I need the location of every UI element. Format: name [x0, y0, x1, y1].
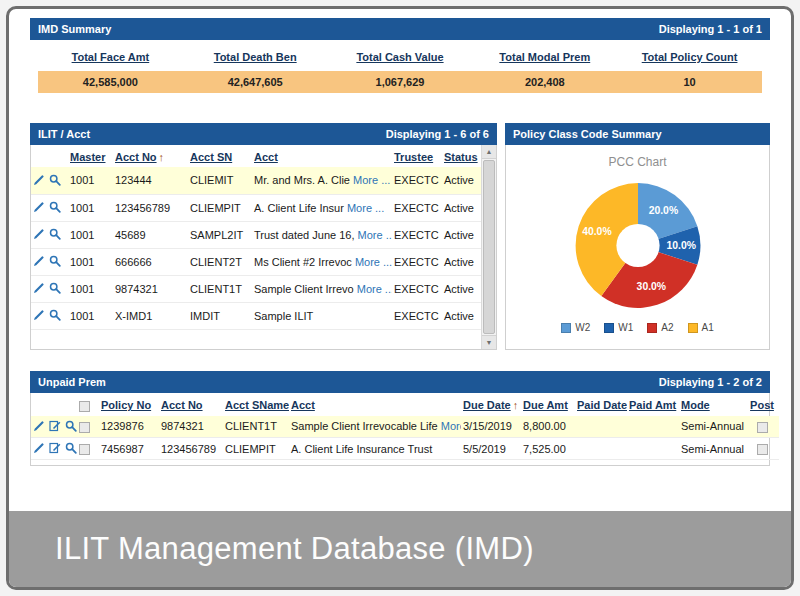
- edit-icon[interactable]: [33, 282, 46, 295]
- cell-acct-no: 45689: [113, 221, 188, 248]
- pcc-pie-chart: 20.0%10.0%30.0%40.0%: [558, 171, 718, 320]
- col-total-face-amt: Total Face Amt: [38, 51, 183, 63]
- cell-trustee: EXECTC: [392, 167, 442, 194]
- col-due-date[interactable]: Due Date↑: [461, 393, 521, 416]
- cell-acct-sn: CLIEMIT: [188, 167, 252, 194]
- cell-acct: Sample Client Irrevocable Life More ...: [289, 416, 461, 438]
- cell-paid-date: [575, 438, 627, 460]
- policy-class-code-panel: Policy Class Code Summary PCC Chart 20.0…: [505, 123, 770, 350]
- pie-slice-label: 20.0%: [648, 205, 677, 216]
- view-icon[interactable]: [65, 420, 77, 433]
- col-acct-no[interactable]: Acct No: [159, 393, 223, 416]
- cell-paid-amt: [627, 416, 679, 438]
- edit-icon[interactable]: [33, 174, 46, 187]
- edit-icon[interactable]: [33, 442, 46, 455]
- cell-acct-sn: CLIEMPIT: [188, 194, 252, 221]
- row-checkbox[interactable]: [79, 422, 90, 433]
- imd-summary-panel: IMD Summary Displaying 1 - 1 of 1 Total …: [30, 18, 770, 93]
- col-policy-no[interactable]: Policy No: [99, 393, 159, 416]
- table-row: 1001 666666 CLIENT2T Ms Client #2 Irrevo…: [31, 248, 481, 275]
- pie-slice-label: 10.0%: [666, 240, 695, 251]
- row-checkbox[interactable]: [79, 444, 90, 455]
- summary-column-headers: Total Face Amt Total Death Ben Total Cas…: [30, 40, 770, 66]
- total-modal-prem-value: 202,408: [472, 76, 617, 88]
- cell-acct-sname: CLIENT1T: [223, 416, 289, 438]
- col-paid-date[interactable]: Paid Date: [575, 393, 627, 416]
- cell-acct: Mr. and Mrs. A. Clie More ...: [252, 167, 392, 194]
- col-acct[interactable]: Acct: [289, 393, 461, 416]
- legend-swatch-a1: [688, 323, 698, 333]
- panel-title: ILIT / Acct: [38, 128, 90, 140]
- view-icon[interactable]: [49, 255, 62, 268]
- cell-acct-sname: CLIEMPIT: [223, 438, 289, 460]
- col-total-modal-prem: Total Modal Prem: [472, 51, 617, 63]
- table-row: 1001 123456789 CLIEMPIT A. Client Life I…: [31, 194, 481, 221]
- cell-due-date: 5/5/2019: [461, 438, 521, 460]
- cell-master: 1001: [68, 302, 113, 329]
- col-acct[interactable]: Acct: [252, 145, 392, 167]
- col-trustee[interactable]: Trustee: [392, 145, 442, 167]
- col-post[interactable]: Post: [745, 393, 779, 416]
- more-link[interactable]: More ...: [357, 283, 392, 295]
- legend-swatch-w1: [604, 323, 614, 333]
- scroll-down-icon[interactable]: ▼: [482, 335, 496, 349]
- col-acct-sname[interactable]: Acct SName: [223, 393, 289, 416]
- select-all-checkbox[interactable]: [79, 401, 90, 412]
- imd-summary-header: IMD Summary Displaying 1 - 1 of 1: [30, 18, 770, 40]
- table-row: 7456987 123456789 CLIEMPIT A. Client Lif…: [31, 438, 779, 460]
- cell-master: 1001: [68, 275, 113, 302]
- unpaid-prem-header: Unpaid Prem Displaying 1 - 2 of 2: [30, 371, 770, 393]
- col-paid-amt[interactable]: Paid Amt: [627, 393, 679, 416]
- edit-icon[interactable]: [33, 255, 46, 268]
- view-icon[interactable]: [49, 201, 62, 214]
- more-link[interactable]: More ...: [347, 202, 384, 214]
- edit-icon[interactable]: [33, 228, 46, 241]
- col-status[interactable]: Status: [442, 145, 481, 167]
- unpaid-prem-panel: Unpaid Prem Displaying 1 - 2 of 2 Policy: [30, 371, 770, 466]
- vertical-scrollbar[interactable]: ▲ ▼: [481, 145, 496, 349]
- more-link[interactable]: More ...: [353, 174, 390, 186]
- col-mode[interactable]: Mode: [679, 393, 745, 416]
- view-icon[interactable]: [49, 282, 62, 295]
- view-icon[interactable]: [49, 309, 62, 322]
- col-master[interactable]: Master: [68, 145, 113, 167]
- cell-due-amt: 8,800.00: [521, 416, 575, 438]
- col-due-amt[interactable]: Due Amt: [521, 393, 575, 416]
- view-icon[interactable]: [49, 174, 62, 187]
- ilit-acct-header: ILIT / Acct Displaying 1 - 6 of 6: [30, 123, 497, 145]
- view-icon[interactable]: [65, 442, 77, 455]
- scroll-up-icon[interactable]: ▲: [482, 145, 496, 159]
- cell-acct-no: 9874321: [159, 416, 223, 438]
- legend-label: A1: [702, 322, 714, 333]
- col-acct-no[interactable]: Acct No↑: [113, 145, 188, 167]
- cell-acct: A. Client Life Insur More ...: [252, 194, 392, 221]
- more-link[interactable]: More ...: [358, 229, 392, 241]
- sort-asc-icon: ↑: [159, 151, 165, 163]
- col-total-cash-value: Total Cash Value: [328, 51, 473, 63]
- panel-title: IMD Summary: [38, 23, 111, 35]
- displaying-count: Displaying 1 - 6 of 6: [386, 128, 489, 140]
- scroll-thumb[interactable]: [483, 160, 495, 334]
- view-icon[interactable]: [49, 228, 62, 241]
- cell-acct-no: 9874321: [113, 275, 188, 302]
- ilit-acct-body: Master Acct No↑ Acct SN Acct Trustee Sta…: [30, 145, 497, 350]
- edit-note-icon[interactable]: [49, 442, 62, 455]
- cell-acct: Sample Client Irrevo More ...: [252, 275, 392, 302]
- col-acct-sn[interactable]: Acct SN: [188, 145, 252, 167]
- legend-item-a2: A2: [647, 322, 673, 333]
- edit-icon[interactable]: [33, 420, 46, 433]
- more-link[interactable]: More ...: [441, 420, 461, 432]
- scroll-track[interactable]: [482, 159, 496, 335]
- table-header-row: Master Acct No↑ Acct SN Acct Trustee Sta…: [31, 145, 481, 167]
- legend-swatch-w2: [561, 323, 571, 333]
- edit-icon[interactable]: [33, 309, 46, 322]
- cell-acct: Ms Client #2 Irrevoc More ...: [252, 248, 392, 275]
- post-checkbox[interactable]: [757, 444, 768, 455]
- more-link[interactable]: More ...: [355, 256, 392, 268]
- post-checkbox[interactable]: [757, 422, 768, 433]
- legend-item-w2: W2: [561, 322, 590, 333]
- edit-icon[interactable]: [33, 201, 46, 214]
- edit-note-icon[interactable]: [49, 420, 62, 433]
- cell-master: 1001: [68, 167, 113, 194]
- cell-trustee: EXECTC: [392, 248, 442, 275]
